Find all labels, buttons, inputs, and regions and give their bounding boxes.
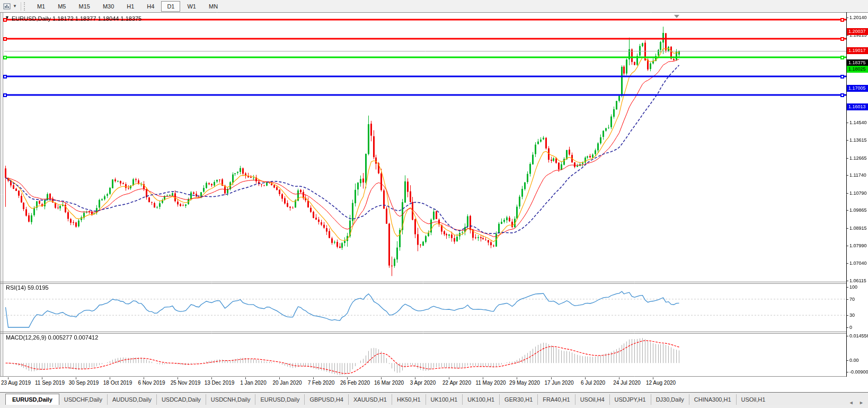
macd-axis-0.014556: 0.014556 xyxy=(847,333,868,338)
timeframe-button-M5[interactable]: M5 xyxy=(52,1,72,12)
macd-axis--0.00900: -0.00900 xyxy=(847,369,868,375)
date-tick xyxy=(245,377,246,379)
price-tick-1.14540: 1.14540 xyxy=(847,120,867,125)
timeframe-button-W1[interactable]: W1 xyxy=(181,1,202,12)
date-label-20-Jan-2020: 20 Jan 2020 xyxy=(272,380,302,386)
new-chart-icon[interactable] xyxy=(3,3,12,10)
chart-title-ohlc: EURUSD,Daily 1.18172 1.18377 1.18044 1.1… xyxy=(12,15,141,22)
timeframe-button-M30[interactable]: M30 xyxy=(97,1,120,12)
date-label-25-Nov-2019: 25 Nov 2019 xyxy=(171,380,201,386)
price-level-badge-1.20037: 1.20037 xyxy=(847,28,868,35)
date-label-18-Oct-2019: 18 Oct 2019 xyxy=(103,380,132,386)
price-tick-1.13615: 1.13615 xyxy=(847,137,867,143)
date-tick xyxy=(8,377,8,379)
date-axis: 23 Aug 201911 Sep 201930 Sep 201918 Oct … xyxy=(0,377,868,392)
date-tick xyxy=(76,377,76,379)
date-label-12-Aug-2020: 12 Aug 2020 xyxy=(646,380,676,386)
date-tick xyxy=(42,377,42,379)
date-tick xyxy=(313,377,314,379)
timeframe-toolbar: ▼ M1M5M15M30H1H4D1W1MN xyxy=(0,0,868,13)
chart-tab-USDCHF-Daily[interactable]: USDCHF,Daily xyxy=(59,394,107,405)
date-label-3-Apr-2020: 3 Apr 2020 xyxy=(410,380,436,386)
date-tick xyxy=(619,377,619,379)
date-tick xyxy=(415,377,415,379)
date-label-30-Sep-2019: 30 Sep 2019 xyxy=(69,380,99,386)
date-label-22-Apr-2020: 22 Apr 2020 xyxy=(442,380,471,386)
price-axis: 1.201401.192151.182901.173401.164151.154… xyxy=(847,12,868,377)
price-tick-1.20140: 1.20140 xyxy=(847,15,867,20)
chart-tab-DJ30-Daily[interactable]: DJ30,Daily xyxy=(651,394,689,405)
date-tick xyxy=(144,377,144,379)
chart-tab-XAUUSD-H1[interactable]: XAUUSD,H1 xyxy=(348,394,392,405)
date-label-6-Jul-2020: 6 Jul 2020 xyxy=(581,380,605,386)
macd-indicator-label: MACD(12,26,9) 0.005277 0.007412 xyxy=(6,334,98,341)
macd-axis-0.00: 0.00 xyxy=(847,358,859,363)
date-label-26-Feb-2020: 26 Feb 2020 xyxy=(340,380,370,386)
price-tick-1.11740: 1.11740 xyxy=(847,172,866,178)
date-tick xyxy=(381,377,382,379)
timeframe-buttons: M1M5M15M30H1H4D1W1MN xyxy=(31,1,224,12)
chart-tab-HK50-H1[interactable]: HK50,H1 xyxy=(392,394,426,405)
date-label-1-Jan-2020: 1 Jan 2020 xyxy=(240,380,267,386)
rsi-axis-30: 30 xyxy=(847,312,855,318)
toolbar-drag-grip[interactable] xyxy=(24,2,28,11)
date-label-17-Jun-2020: 17 Jun 2020 xyxy=(544,380,573,386)
chart-tab-USDJPY-H1[interactable]: USDJPY,H1 xyxy=(609,394,651,405)
date-label-16-Mar-2020: 16 Mar 2020 xyxy=(374,380,404,386)
date-label-13-Dec-2019: 13 Dec 2019 xyxy=(205,380,235,386)
chart-tab-AUDUSD-Daily[interactable]: AUDUSD,Daily xyxy=(107,394,156,405)
price-tick-1.10790: 1.10790 xyxy=(847,190,867,196)
chart-tab-USDCAD-Daily[interactable]: USDCAD,Daily xyxy=(156,394,206,405)
price-tick-1.08915: 1.08915 xyxy=(847,225,867,231)
rsi-axis-100: 100 xyxy=(847,284,857,290)
date-tick xyxy=(483,377,483,379)
price-tick-1.07990: 1.07990 xyxy=(847,243,867,248)
date-label-23-Aug-2019: 23 Aug 2019 xyxy=(1,380,31,386)
date-tick xyxy=(653,377,653,379)
timeframe-button-M15[interactable]: M15 xyxy=(73,1,95,12)
trading-terminal-window: ▼ M1M5M15M30H1H4D1W1MN ▼ EURUSD,Daily 1.… xyxy=(0,0,868,408)
chart-tab-GBPUSD-H4[interactable]: GBPUSD,H4 xyxy=(304,394,348,405)
date-label-29-May-2020: 29 May 2020 xyxy=(509,380,540,386)
window-bottom-edge xyxy=(0,405,868,408)
date-tick xyxy=(517,377,517,379)
date-tick xyxy=(551,377,552,379)
chart-tab-USOil-H1[interactable]: USOil,H1 xyxy=(736,394,770,405)
date-tick xyxy=(211,377,212,379)
chart-tab-USDCNH-Daily[interactable]: USDCNH,Daily xyxy=(206,394,255,405)
chart-tab-EURUSD-Daily[interactable]: EURUSD,Daily xyxy=(255,394,304,405)
price-chart-canvas[interactable] xyxy=(0,12,868,377)
chart-title-caret-icon[interactable]: ▼ xyxy=(5,15,10,20)
date-label-6-Nov-2019: 6 Nov 2019 xyxy=(138,380,165,386)
rsi-indicator-label: RSI(14) 59.0195 xyxy=(6,284,49,291)
price-level-badge-1.17005: 1.17005 xyxy=(847,85,868,92)
chart-tab-USOil-H4[interactable]: USOil,H4 xyxy=(575,394,609,405)
date-tick xyxy=(347,377,348,379)
toolbar-separator xyxy=(21,2,21,11)
chart-tab-UK100-H1[interactable]: UK100,H1 xyxy=(426,394,463,405)
price-level-badge-1.18025: 1.18025 xyxy=(847,66,868,73)
rsi-axis-0: 0 xyxy=(847,325,852,330)
chart-tab-GER30-H1[interactable]: GER30,H1 xyxy=(499,394,537,405)
timeframe-button-H4[interactable]: H4 xyxy=(141,1,160,12)
chart-tab-UK100-H1[interactable]: UK100,H1 xyxy=(462,394,499,405)
date-label-24-Jul-2020: 24 Jul 2020 xyxy=(613,380,641,386)
timeframe-button-H1[interactable]: H1 xyxy=(121,1,140,12)
timeframe-button-MN[interactable]: MN xyxy=(203,1,224,12)
chevron-down-icon[interactable]: ▼ xyxy=(13,4,17,8)
chart-tab-CHINA300-H1[interactable]: CHINA300,H1 xyxy=(689,394,736,405)
date-tick xyxy=(279,377,280,379)
chart-tab-bar: EURUSD,DailyUSDCHF,DailyAUDUSD,DailyUSDC… xyxy=(0,392,868,405)
timeframe-button-D1[interactable]: D1 xyxy=(161,1,180,12)
timeframe-button-M1[interactable]: M1 xyxy=(31,1,51,12)
chart-tab-EURUSD-Daily[interactable]: EURUSD,Daily xyxy=(5,394,59,405)
date-tick xyxy=(585,377,586,379)
rsi-axis-70: 70 xyxy=(847,297,855,302)
price-tick-1.07040: 1.07040 xyxy=(847,261,867,266)
price-level-badge-1.16013: 1.16013 xyxy=(847,103,868,110)
chart-tab-FRA40-H1[interactable]: FRA40,H1 xyxy=(537,394,574,405)
date-tick xyxy=(449,377,449,379)
price-tick-1.06115: 1.06115 xyxy=(847,278,866,283)
date-label-11-May-2020: 11 May 2020 xyxy=(475,380,506,386)
date-label-11-Sep-2019: 11 Sep 2019 xyxy=(35,380,65,386)
